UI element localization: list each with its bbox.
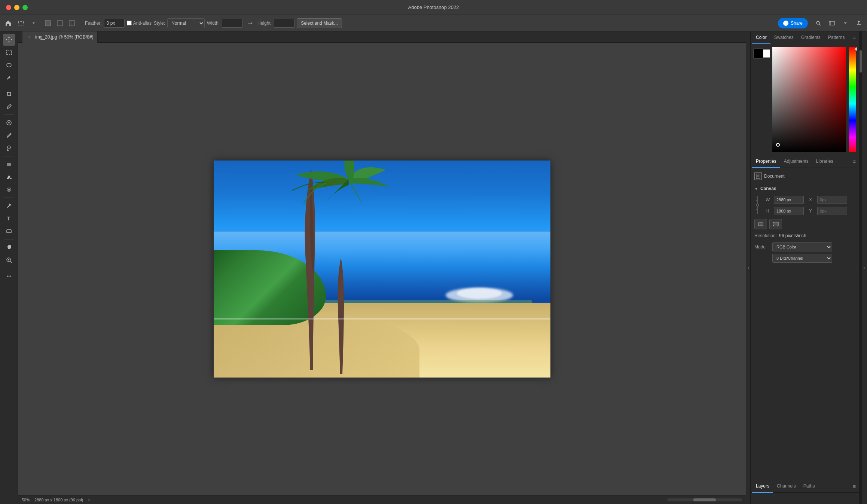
canvas-width-input[interactable] bbox=[774, 196, 804, 204]
eraser-tool[interactable] bbox=[3, 158, 15, 170]
tab-properties[interactable]: Properties bbox=[752, 155, 780, 168]
brush-tool[interactable] bbox=[3, 129, 15, 141]
marquee-tool[interactable] bbox=[3, 46, 15, 58]
heal-tool[interactable] bbox=[3, 117, 15, 129]
canvas-area: × img_20.jpg @ 50% (RGB/8#) bbox=[18, 31, 746, 504]
layers-panel-menu[interactable]: ≡ bbox=[851, 482, 857, 491]
right-panel-scroll-track[interactable] bbox=[859, 31, 862, 504]
panel-collapse-handle[interactable]: ◂ bbox=[746, 31, 750, 504]
properties-panel: Properties Adjustments Libraries ≡ Docum… bbox=[751, 155, 859, 480]
rect-marquee-tool[interactable] bbox=[16, 18, 26, 28]
blur-tool[interactable] bbox=[3, 184, 15, 196]
tab-gradients[interactable]: Gradients bbox=[797, 31, 824, 44]
svg-point-21 bbox=[8, 189, 10, 191]
fill-canvas-button[interactable] bbox=[769, 219, 782, 229]
hue-slider[interactable] bbox=[849, 47, 856, 152]
foreground-color[interactable] bbox=[754, 49, 763, 58]
svg-point-29 bbox=[8, 276, 9, 277]
right-collapse-handle[interactable]: ▸ bbox=[862, 31, 867, 504]
zoom-level: 50% bbox=[22, 498, 30, 502]
width-label: Width: bbox=[207, 21, 220, 26]
eyedropper-tool[interactable] bbox=[3, 101, 15, 113]
magic-wand-tool[interactable] bbox=[3, 72, 15, 84]
tool-separator-2 bbox=[4, 114, 14, 115]
feather-label: Feather: bbox=[85, 21, 102, 26]
export-icon[interactable] bbox=[854, 18, 864, 28]
antialias-label: Anti-alias bbox=[133, 21, 152, 26]
canvas-viewport[interactable] bbox=[18, 43, 746, 495]
antialias-checkbox[interactable] bbox=[127, 21, 132, 25]
tab-channels[interactable]: Channels bbox=[773, 480, 800, 493]
fill-tool[interactable] bbox=[3, 171, 15, 183]
move-tool[interactable] bbox=[3, 34, 15, 46]
svg-rect-2 bbox=[57, 21, 62, 26]
tab-patterns[interactable]: Patterns bbox=[824, 31, 849, 44]
tab-adjustments[interactable]: Adjustments bbox=[780, 155, 812, 168]
color-gradient-picker[interactable] bbox=[772, 47, 846, 152]
canvas-x-input[interactable] bbox=[817, 196, 847, 204]
svg-rect-23 bbox=[7, 230, 11, 233]
right-panel: Color Swatches Gradients Patterns ≡ bbox=[750, 31, 859, 504]
swap-dimensions-icon[interactable] bbox=[245, 18, 255, 28]
lasso-tool[interactable] bbox=[3, 59, 15, 71]
horizontal-scrollbar[interactable] bbox=[667, 498, 742, 501]
rect-tool-variant-3[interactable] bbox=[67, 18, 77, 28]
document-icon bbox=[754, 172, 762, 180]
rect-tool-variant-2[interactable] bbox=[55, 18, 65, 28]
svg-rect-39 bbox=[774, 223, 778, 225]
home-button[interactable] bbox=[3, 18, 13, 28]
tab-close-icon[interactable]: × bbox=[27, 34, 32, 40]
maximize-button[interactable] bbox=[22, 5, 28, 10]
status-bar: 50% 2880 px x 1800 px (96 ppi) > bbox=[18, 495, 746, 504]
svg-text:T: T bbox=[7, 216, 10, 222]
document-tab[interactable]: × img_20.jpg @ 50% (RGB/8#) bbox=[22, 31, 98, 43]
color-mode-select[interactable]: RGB Color CMYK Color Grayscale bbox=[772, 242, 832, 251]
separator-1 bbox=[81, 19, 81, 28]
status-arrow[interactable]: > bbox=[88, 498, 90, 502]
close-button[interactable] bbox=[6, 5, 11, 10]
canvas-section: ▼ Canvas bbox=[754, 184, 855, 265]
search-icon[interactable] bbox=[813, 18, 824, 28]
shape-tool[interactable] bbox=[3, 225, 15, 237]
svg-point-30 bbox=[10, 276, 11, 277]
color-picker-handle[interactable] bbox=[776, 143, 780, 147]
minimize-button[interactable] bbox=[14, 5, 19, 10]
main-toolbar: Feather: Anti-alias Style: Normal Fixed … bbox=[0, 15, 867, 31]
clone-stamp-tool[interactable] bbox=[3, 142, 15, 154]
share-button[interactable]: Share bbox=[778, 18, 808, 28]
properties-panel-menu[interactable]: ≡ bbox=[851, 157, 857, 166]
fit-canvas-button[interactable] bbox=[754, 219, 767, 229]
height-input[interactable] bbox=[274, 19, 294, 28]
bit-depth-select[interactable]: 8 Bits/Channel 16 Bits/Channel 32 Bits/C… bbox=[772, 254, 832, 263]
canvas-y-input[interactable] bbox=[817, 207, 847, 215]
w-label: W bbox=[766, 197, 772, 202]
workspace-dropdown-icon[interactable] bbox=[840, 18, 851, 28]
canvas-height-input[interactable] bbox=[774, 207, 804, 215]
workspaces-icon[interactable] bbox=[827, 18, 837, 28]
tab-libraries[interactable]: Libraries bbox=[812, 155, 837, 168]
marquee-dropdown[interactable] bbox=[28, 18, 39, 28]
feather-input[interactable] bbox=[104, 19, 125, 28]
more-tools-button[interactable] bbox=[3, 270, 15, 282]
tool-separator-6 bbox=[4, 268, 14, 268]
tab-color[interactable]: Color bbox=[752, 31, 770, 44]
window-controls[interactable] bbox=[6, 5, 28, 10]
width-input[interactable] bbox=[222, 19, 242, 28]
text-tool[interactable]: T bbox=[3, 213, 15, 224]
style-select[interactable]: Normal Fixed Ratio Fixed Size bbox=[167, 18, 205, 28]
tab-paths[interactable]: Paths bbox=[800, 480, 819, 493]
zoom-tool[interactable] bbox=[3, 254, 15, 266]
style-label: Style: bbox=[154, 21, 165, 26]
rect-tool-variant-1[interactable] bbox=[43, 18, 53, 28]
app-title: Adobe Photoshop 2022 bbox=[408, 4, 459, 10]
color-panel-menu[interactable]: ≡ bbox=[851, 33, 857, 42]
right-panel-scroll-thumb[interactable] bbox=[860, 50, 862, 73]
crop-tool[interactable] bbox=[3, 88, 15, 100]
pen-tool[interactable] bbox=[3, 200, 15, 212]
canvas-section-header[interactable]: ▼ Canvas bbox=[754, 184, 855, 193]
select-and-mask-button[interactable]: Select and Mask... bbox=[297, 18, 342, 28]
hand-tool[interactable] bbox=[3, 241, 15, 253]
layers-panel-tabs: Layers Channels Paths ≡ bbox=[751, 480, 859, 493]
tab-swatches[interactable]: Swatches bbox=[770, 31, 797, 44]
tab-layers[interactable]: Layers bbox=[752, 480, 773, 493]
